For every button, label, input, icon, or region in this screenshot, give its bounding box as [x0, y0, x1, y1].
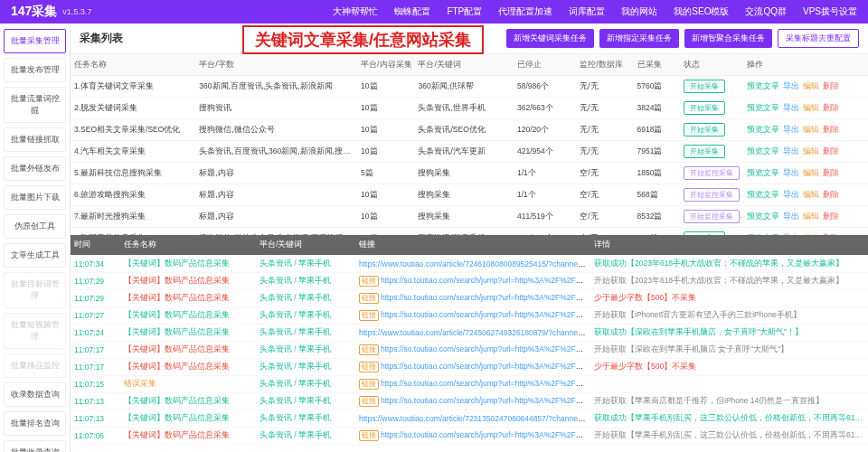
log-link[interactable]: https://so.toutiao.com/search/jump?url=h…	[381, 310, 590, 319]
log-kw: 头条资讯 / 苹果手机	[256, 307, 355, 325]
sidebar-item[interactable]: 伪原创工具	[4, 214, 66, 239]
act-preview[interactable]: 预览文章	[747, 81, 779, 92]
log-link[interactable]: https://www.toutiao.com/article/72313502…	[359, 414, 590, 423]
act-export[interactable]: 导出	[783, 212, 799, 222]
nav-我的网站[interactable]: 我的网站	[621, 5, 657, 18]
log-link[interactable]: https://www.toutiao.com/article/72450627…	[359, 328, 590, 337]
sidebar-item[interactable]: 批量移品监控	[4, 353, 66, 378]
act-del[interactable]: 删除	[823, 81, 839, 92]
log-task: 【关键词】数码产品信息采集	[120, 393, 256, 410]
hdr-btn[interactable]: 采集标题去重配置	[778, 29, 859, 48]
log-time: 11:07:29	[71, 273, 120, 290]
log-row: 11:07:06【关键词】数码产品信息采集头条资讯 / 苹果手机链接https:…	[71, 428, 868, 445]
sidebar-item[interactable]: 批量外链发布	[4, 156, 66, 181]
col-header: 操作	[743, 54, 868, 76]
brand: 147采集	[11, 4, 57, 20]
nav-蜘蛛配置[interactable]: 蜘蛛配置	[394, 5, 430, 18]
act-export[interactable]: 导出	[783, 190, 799, 201]
nav-我的SEO模版[interactable]: 我的SEO模版	[674, 5, 729, 18]
log-task: 【关键词】数码产品信息采集	[120, 325, 256, 342]
hdr-btn[interactable]: 新增关键词采集任务	[506, 29, 594, 48]
act-edit[interactable]: 编辑	[803, 168, 819, 179]
log-link[interactable]: https://so.toutiao.com/search/jump?url=h…	[381, 293, 590, 302]
log-link[interactable]: https://so.toutiao.com/search/jump?url=h…	[381, 396, 590, 405]
log-link[interactable]: https://so.toutiao.com/search/jump?url=h…	[381, 379, 590, 388]
act-del[interactable]: 删除	[823, 212, 839, 222]
sidebar-item[interactable]: 批量流量词挖掘	[4, 87, 66, 123]
hdr-btn[interactable]: 新增智聚合采集任务	[684, 29, 772, 48]
log-kw: 头条资讯 / 苹果手机	[256, 428, 355, 445]
log-link[interactable]: https://so.toutiao.com/search/jump?url=h…	[381, 344, 590, 353]
sidebar-item[interactable]: 批量短视频管理	[4, 313, 66, 349]
nav-VPS拨号设置[interactable]: VPS拨号设置	[803, 5, 857, 18]
sidebar-item[interactable]: 批量采集管理	[4, 29, 66, 53]
status-pill[interactable]: 开始采集	[684, 101, 725, 115]
sidebar-item[interactable]: 批量图片下载	[4, 185, 66, 210]
log-time: 11:07:13	[71, 410, 120, 428]
sidebar-item[interactable]: 文章生成工具	[4, 243, 66, 268]
sidebar-item[interactable]: 批量目标词管理	[4, 272, 66, 308]
status-pill[interactable]: 开始采集	[684, 123, 725, 137]
act-del[interactable]: 删除	[823, 168, 839, 179]
act-edit[interactable]: 编辑	[803, 125, 819, 136]
status-pill[interactable]: 开始监控采集	[684, 166, 740, 180]
link-badge: 链接	[359, 396, 379, 407]
nav-交流QQ群[interactable]: 交流QQ群	[745, 5, 787, 18]
act-edit[interactable]: 编辑	[803, 81, 819, 92]
link-badge: 链接	[359, 430, 379, 441]
cell-name: 7.最新时光搜狗采集	[71, 206, 195, 228]
table-row: 6.旅游攻略搜狗采集标题,内容10篇搜狗采集1/1个空/无568篇开始监控采集预…	[71, 184, 868, 206]
status-pill[interactable]: 开始采集	[684, 80, 725, 93]
log-table-wrap[interactable]: 11:07:34【关键词】数码产品信息采集头条资讯 / 苹果手机https://…	[71, 256, 868, 452]
cell-actions: 预览文章导出编辑删除	[743, 184, 868, 206]
log-url: https://www.toutiao.com/article/72313502…	[355, 410, 590, 428]
cell-c4: 空/无	[576, 163, 633, 184]
log-link[interactable]: https://so.toutiao.com/search/jump?url=h…	[381, 276, 590, 285]
cell-c4: 空/无	[576, 184, 633, 206]
nav-代理配置加速[interactable]: 代理配置加速	[498, 5, 552, 18]
act-export[interactable]: 导出	[783, 103, 799, 114]
status-pill[interactable]: 开始监控采集	[684, 210, 740, 223]
act-edit[interactable]: 编辑	[803, 146, 819, 157]
act-export[interactable]: 导出	[783, 125, 799, 136]
log-row: 11:07:27【关键词】数码产品信息采集头条资讯 / 苹果手机链接https:…	[71, 307, 868, 325]
cell-status: 开始采集	[680, 98, 742, 119]
act-del[interactable]: 删除	[823, 146, 839, 157]
status-pill[interactable]: 开始采集	[684, 145, 725, 158]
act-edit[interactable]: 编辑	[803, 212, 819, 222]
cell-status: 开始采集	[680, 76, 742, 98]
act-export[interactable]: 导出	[783, 81, 799, 92]
act-edit[interactable]: 编辑	[803, 103, 819, 114]
act-preview[interactable]: 预览文章	[747, 125, 779, 136]
task-table-wrap[interactable]: 任务名称平台/字数平台/内容采集平台/关键词已停止监控/数据库已采集状态操作 1…	[71, 54, 868, 235]
act-export[interactable]: 导出	[783, 168, 799, 179]
sidebar-item[interactable]: 批量发布管理	[4, 58, 66, 82]
sidebar-item[interactable]: 批量链接抓取	[4, 127, 66, 152]
act-preview[interactable]: 预览文章	[747, 190, 779, 201]
act-export[interactable]: 导出	[783, 146, 799, 157]
nav-大神帮帮忙[interactable]: 大神帮帮忙	[333, 5, 378, 18]
nav-FTP配置[interactable]: FTP配置	[447, 5, 482, 18]
log-link[interactable]: https://so.toutiao.com/search/jump?url=h…	[381, 430, 590, 439]
cell-c4: 无/无	[576, 76, 633, 98]
act-preview[interactable]: 预览文章	[747, 103, 779, 114]
act-del[interactable]: 删除	[823, 103, 839, 114]
sidebar-item[interactable]: 收录数据查询	[4, 382, 66, 407]
act-preview[interactable]: 预览文章	[747, 146, 779, 157]
act-preview[interactable]: 预览文章	[747, 168, 779, 179]
log-link[interactable]: https://www.toutiao.com/article/72461080…	[359, 259, 590, 268]
hdr-btn[interactable]: 新增指定采集任务	[599, 29, 679, 48]
log-kw: 头条资讯 / 苹果手机	[256, 376, 355, 393]
act-preview[interactable]: 预览文章	[747, 212, 779, 222]
act-edit[interactable]: 编辑	[803, 190, 819, 201]
act-del[interactable]: 删除	[823, 125, 839, 136]
status-pill[interactable]: 开始监控采集	[684, 188, 740, 202]
log-link[interactable]: https://so.toutiao.com/search/jump?url=h…	[381, 362, 590, 371]
act-del[interactable]: 删除	[823, 190, 839, 201]
log-task: 错误采集	[120, 376, 256, 393]
cell-plat: 头条资讯,百度资讯,360新闻,新浪新闻,搜狗新闻,搜狗资讯,微信资讯,腾讯新闻…	[195, 141, 357, 163]
sidebar-item[interactable]: 批量排名查询	[4, 411, 66, 436]
nav-词库配置[interactable]: 词库配置	[569, 5, 605, 18]
sidebar-item[interactable]: 批量收录查询	[4, 440, 66, 452]
cell-actions: 预览文章导出编辑删除	[743, 163, 868, 184]
